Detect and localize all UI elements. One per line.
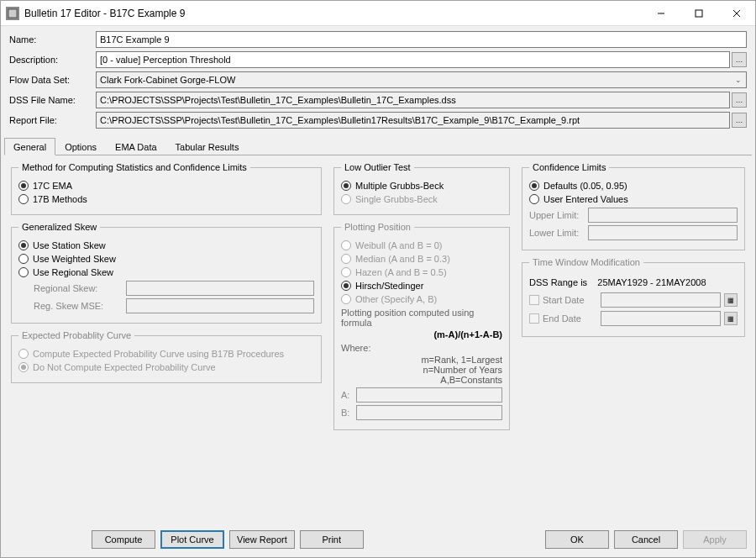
reg-skew-mse-row: Reg. Skew MSE: <box>34 298 314 313</box>
report-file-browse-button[interactable]: … <box>732 113 747 128</box>
radio-hazen: Hazen (A and B = 0.5) <box>341 267 502 277</box>
start-date-checkbox <box>529 295 539 305</box>
radio-17c-ema[interactable]: 17C EMA <box>18 181 314 191</box>
radio-icon <box>18 240 29 250</box>
radio-multiple-grubbs-beck[interactable]: Multiple Grubbs-Beck <box>341 181 502 191</box>
description-browse-button[interactable]: … <box>732 52 747 67</box>
end-date-label: End Date <box>543 313 597 324</box>
bottom-left-buttons: Compute Plot Curve View Report Print <box>92 530 364 549</box>
radio-hirsch-stedinger[interactable]: Hirsch/Stedinger <box>341 281 502 291</box>
radio-compute-expected: Compute Expected Probability Curve using… <box>18 349 314 359</box>
radio-icon <box>529 181 539 191</box>
flow-data-set-label: Flow Data Set: <box>9 75 96 85</box>
dss-file-value: C:\PROJECTS\SSP\Projects\Test\Bulletin_1… <box>100 95 456 105</box>
radio-do-not-compute-label: Do Not Compute Expected Probability Curv… <box>33 362 216 372</box>
start-date-row: Start Date ▦ <box>529 292 738 308</box>
description-input[interactable]: [0 - value] Perception Threshold <box>96 51 730 68</box>
formula-ab: A,B=Constants <box>341 375 502 385</box>
ok-button[interactable]: OK <box>545 530 609 549</box>
flow-data-set-value: Clark Fork-Cabinet Gorge-FLOW <box>100 75 235 85</box>
radio-station-skew-label: Use Station Skew <box>33 240 106 250</box>
dss-file-label: DSS File Name: <box>9 95 96 105</box>
formula-where: Where: <box>341 343 502 353</box>
start-date-input <box>601 292 721 308</box>
b-input <box>356 405 502 420</box>
lower-limit-label: Lower Limit: <box>529 228 588 238</box>
maximize-button[interactable] <box>680 1 717 26</box>
report-file-input[interactable]: C:\PROJECTS\SSP\Projects\Test\Bulletin_1… <box>96 112 730 129</box>
low-outlier-group: Low Outlier Test Multiple Grubbs-Beck Si… <box>333 162 510 215</box>
tab-options[interactable]: Options <box>55 138 106 155</box>
radio-regional-skew[interactable]: Use Regional Skew <box>18 267 314 277</box>
print-button[interactable]: Print <box>300 530 364 549</box>
svg-rect-2 <box>696 10 702 17</box>
description-value: [0 - value] Perception Threshold <box>100 55 231 65</box>
lower-limit-input <box>588 225 738 240</box>
skew-legend: Generalized Skew <box>18 222 100 232</box>
b-label: B: <box>341 408 356 418</box>
bottom-bar: Compute Plot Curve View Report Print OK … <box>1 524 755 557</box>
dss-file-browse-button[interactable]: … <box>732 92 747 108</box>
a-row: A: <box>341 387 502 403</box>
radio-icon <box>341 181 351 191</box>
reg-skew-mse-label: Reg. Skew MSE: <box>34 301 126 311</box>
radio-weighted-skew[interactable]: Use Weighted Skew <box>18 254 314 264</box>
tab-general[interactable]: General <box>4 138 55 155</box>
window-root: Bulletin 17 Editor - B17C Example 9 Name… <box>0 0 756 558</box>
minimize-button[interactable] <box>642 1 680 26</box>
upper-limit-label: Upper Limit: <box>529 210 588 220</box>
plot-curve-button[interactable]: Plot Curve <box>160 530 224 549</box>
radio-icon <box>341 194 351 204</box>
radio-17b-methods[interactable]: 17B Methods <box>18 194 314 204</box>
svg-rect-0 <box>8 9 17 18</box>
radio-icon <box>18 349 29 359</box>
name-input[interactable]: B17C Example 9 <box>96 31 747 48</box>
radio-17b-methods-label: 17B Methods <box>33 194 87 204</box>
end-date-row: End Date ▦ <box>529 311 738 326</box>
radio-other-ab: Other (Specify A, B) <box>341 294 502 304</box>
a-input <box>356 387 502 403</box>
dss-range-label: DSS Range is <box>529 277 587 287</box>
app-icon <box>6 7 19 20</box>
radio-other-label: Other (Specify A, B) <box>355 294 437 304</box>
radio-median-label: Median (A and B = 0.3) <box>355 254 450 264</box>
radio-icon <box>18 194 29 204</box>
cancel-button[interactable]: Cancel <box>614 530 678 549</box>
radio-station-skew[interactable]: Use Station Skew <box>18 240 314 250</box>
dss-range-line: DSS Range is 25MAY1929 - 21MAY2008 <box>529 277 738 287</box>
start-date-picker-button: ▦ <box>724 293 738 307</box>
radio-icon <box>18 267 29 277</box>
a-label: A: <box>341 390 356 400</box>
close-button[interactable] <box>717 1 755 26</box>
tab-ema-data[interactable]: EMA Data <box>106 138 166 155</box>
calendar-icon: ▦ <box>727 297 734 304</box>
dss-file-input[interactable]: C:\PROJECTS\SSP\Projects\Test\Bulletin_1… <box>96 92 730 108</box>
method-group: Method for Computing Statistics and Conf… <box>11 162 322 215</box>
calendar-icon: ▦ <box>727 315 734 323</box>
plotting-position-group: Plotting Position Weibull (A and B = 0) … <box>333 222 510 430</box>
radio-icon <box>18 362 29 372</box>
tab-tabular-results[interactable]: Tabular Results <box>166 138 249 155</box>
expected-legend: Expected Probablity Curve <box>18 330 134 340</box>
radio-conf-defaults-label: Defaults (0.05, 0.95) <box>543 181 627 191</box>
time-window-group: Time Window Modification DSS Range is 25… <box>522 257 745 337</box>
radio-confidence-user[interactable]: User Entered Values <box>529 194 738 204</box>
radio-icon <box>341 281 351 291</box>
radio-confidence-defaults[interactable]: Defaults (0.05, 0.95) <box>529 181 738 191</box>
radio-mgb-label: Multiple Grubbs-Beck <box>355 181 444 191</box>
end-date-picker-button: ▦ <box>724 312 738 325</box>
regional-skew-input <box>126 281 314 296</box>
flow-data-set-select[interactable]: Clark Fork-Cabinet Gorge-FLOW ⌄ <box>96 71 747 88</box>
upper-limit-input <box>588 208 738 223</box>
generalized-skew-group: Generalized Skew Use Station Skew Use We… <box>11 222 322 324</box>
end-date-checkbox <box>529 313 539 324</box>
lower-limit-row: Lower Limit: <box>529 225 738 240</box>
tab-body-general: Method for Computing Statistics and Conf… <box>1 155 755 524</box>
time-window-legend: Time Window Modification <box>529 257 643 267</box>
radio-weibull: Weibull (A and B = 0) <box>341 240 502 250</box>
view-report-button[interactable]: View Report <box>229 530 295 549</box>
b-row: B: <box>341 405 502 420</box>
bottom-right-buttons: OK Cancel Apply <box>545 530 747 549</box>
compute-button[interactable]: Compute <box>92 530 155 549</box>
formula-intro: Plotting position computed using formula <box>341 308 502 328</box>
